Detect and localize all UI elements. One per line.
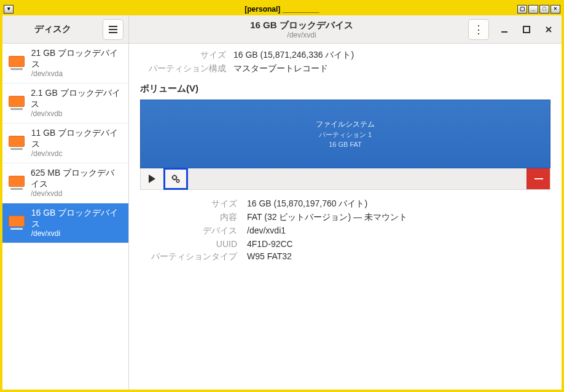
titlebar-btn-a[interactable]: ▢ [517,5,527,14]
detail-device-value: /dev/xvdi1 [247,225,550,237]
disk-name: 2.1 GB ブロックデバイス [31,87,122,109]
sidebar-title: ディスク [7,23,98,35]
disk-icon [9,216,25,230]
detail-size-value: 16 GB (15,870,197,760 バイト) [247,198,550,210]
disk-list: 21 GB ブロックデバイス /dev/xvda 2.1 GB ブロックデバイス… [2,44,128,390]
volume-line-2: パーティション 1 [319,130,372,140]
size-label: サイズ [140,50,226,61]
svg-point-5 [176,179,179,182]
disk-name: 16 GB ブロックデバイス [31,207,122,229]
detail-ptype-label: パーティションタイプ [140,251,237,262]
volume-details: サイズ 16 GB (15,870,197,760 バイト) 内容 FAT (3… [140,198,550,262]
titlebar-minimize[interactable]: _ [528,5,538,14]
partitioning-label: パーティション構成 [140,63,226,74]
disk-path: /dev/xvdb [31,109,122,119]
sidebar-header: ディスク [2,15,128,44]
disk-path: /dev/xvdc [31,149,122,159]
svg-rect-1 [523,26,530,33]
window-minimize-button[interactable] [498,23,511,36]
window-maximize-button[interactable] [520,23,533,36]
disk-icon [9,176,25,190]
drive-menu-button[interactable]: ⋮ [468,19,489,40]
gear-icon [171,174,181,184]
titlebar-menu-icon[interactable]: ▾ [4,5,14,14]
mount-button[interactable] [141,168,164,189]
disk-path: /dev/xvdi [31,229,122,239]
volume-settings-button[interactable] [164,168,187,189]
titlebar-close[interactable]: × [550,5,560,14]
detail-size-label: サイズ [140,198,237,210]
titlebar-maximize[interactable]: □ [539,5,549,14]
volume-line-1: ファイルシステム [316,119,375,130]
disk-icon [9,96,25,110]
device-info: サイズ 16 GB (15,871,246,336 バイト) パーティション構成… [140,50,550,74]
disk-item-xvdi[interactable]: 16 GB ブロックデバイス /dev/xvdi [2,203,128,243]
detail-uuid-value: 4F1D-92CC [247,239,550,249]
size-value: 16 GB (15,871,246,336 バイト) [233,50,550,61]
disk-item-xvdc[interactable]: 11 GB ブロックデバイス /dev/xvdc [2,123,128,163]
close-icon [544,25,553,34]
disk-item-xvdd[interactable]: 625 MB ブロックデバイス /dev/xvdd [2,163,128,203]
volume-partition-1[interactable]: ファイルシステム パーティション 1 16 GB FAT [140,100,550,168]
disk-path: /dev/xvda [31,69,122,79]
detail-device-label: デバイス [140,225,237,237]
disk-path: /dev/xvdd [31,189,122,199]
minimize-icon [500,25,509,34]
window-title: [personal] _________ [245,5,319,14]
window-title-bar: ▾ [personal] _________ ▢ _ □ × [2,2,562,15]
disk-item-xvdb[interactable]: 2.1 GB ブロックデバイス /dev/xvdb [2,84,128,123]
delete-partition-button[interactable] [527,168,550,189]
partitioning-value: マスターブートレコード [233,63,550,74]
disk-name: 11 GB ブロックデバイス [31,127,122,149]
volume-line-3: 16 GB FAT [329,139,362,150]
detail-contents-value: FAT (32 ビットバージョン) — 未マウント [247,212,550,223]
disk-name: 21 GB ブロックデバイス [31,47,122,69]
svg-point-4 [172,176,176,179]
volume-toolbar [140,168,550,190]
window-close-button[interactable] [542,23,555,36]
hamburger-icon [109,26,117,33]
disk-item-xvda[interactable]: 21 GB ブロックデバイス /dev/xvda [2,44,128,84]
main-pane: 16 GB ブロックデバイス /dev/xvdi ⋮ [129,15,562,390]
minus-icon [535,178,543,179]
disk-icon [9,136,25,150]
svg-rect-0 [501,31,507,33]
disk-name: 625 MB ブロックデバイス [31,167,122,189]
volumes-heading: ボリューム(V) [140,83,550,95]
play-icon [149,174,155,183]
app-menu-button[interactable] [103,19,123,40]
detail-uuid-label: UUID [140,239,237,249]
detail-ptype-value: W95 FAT32 [247,251,550,262]
main-header: 16 GB ブロックデバイス /dev/xvdi ⋮ [129,15,562,44]
disk-icon [9,56,25,70]
sidebar: ディスク 21 GB ブロックデバイス /dev/xvda [2,15,129,390]
maximize-icon [522,25,531,34]
page-subtitle: /dev/xvdi [135,31,468,39]
kebab-icon: ⋮ [473,23,484,36]
detail-contents-label: 内容 [140,212,237,223]
page-title: 16 GB ブロックデバイス [135,20,468,31]
